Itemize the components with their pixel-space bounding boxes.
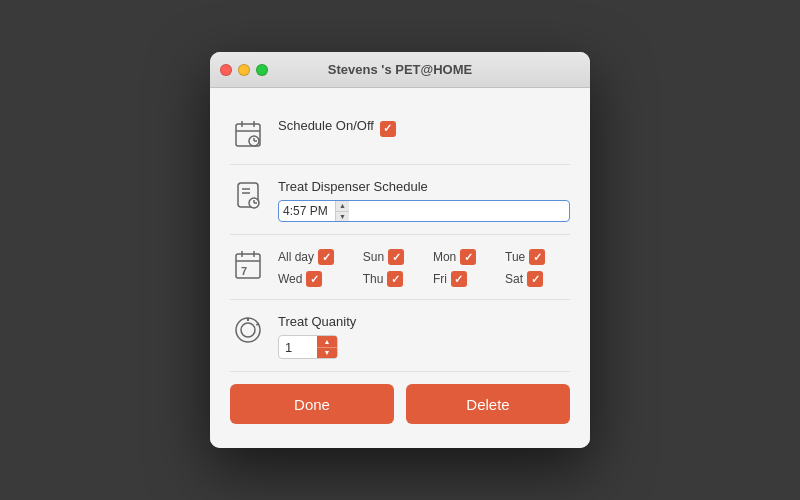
day-allday-label: All day xyxy=(278,250,314,264)
time-input[interactable] xyxy=(279,204,335,218)
day-thu-checkbox[interactable] xyxy=(387,271,403,287)
day-mon-label: Mon xyxy=(433,250,456,264)
maximize-button[interactable] xyxy=(256,64,268,76)
time-up-button[interactable]: ▲ xyxy=(336,201,349,212)
day-allday: All day xyxy=(278,249,359,265)
time-stepper[interactable]: ▲ ▼ xyxy=(335,201,349,221)
window-title: Stevens 's PET@HOME xyxy=(328,62,472,77)
quantity-body: Treat Quanity 1 ▲ ▼ xyxy=(278,312,570,359)
day-wed-label: Wed xyxy=(278,272,302,286)
dispenser-title: Treat Dispenser Schedule xyxy=(278,179,570,194)
dispenser-body: Treat Dispenser Schedule ▲ ▼ xyxy=(278,177,570,222)
schedule-title: Schedule On/Off xyxy=(278,118,374,133)
day-mon-checkbox[interactable] xyxy=(460,249,476,265)
main-window: Stevens 's PET@HOME Sc xyxy=(210,52,590,448)
day-sun-label: Sun xyxy=(363,250,384,264)
svg-text:7: 7 xyxy=(241,265,247,277)
day-sun: Sun xyxy=(363,249,429,265)
quantity-stepper[interactable]: ▲ ▼ xyxy=(317,336,337,358)
dispenser-icon xyxy=(230,177,266,213)
svg-point-19 xyxy=(241,323,255,337)
quantity-value: 1 xyxy=(279,340,317,355)
footer-buttons: Done Delete xyxy=(230,372,570,428)
quantity-select-wrapper[interactable]: 1 ▲ ▼ xyxy=(278,335,338,359)
schedule-section: Schedule On/Off xyxy=(230,104,570,165)
quantity-down-button[interactable]: ▼ xyxy=(317,348,337,359)
day-sun-checkbox[interactable] xyxy=(388,249,404,265)
title-bar: Stevens 's PET@HOME xyxy=(210,52,590,88)
time-down-button[interactable]: ▼ xyxy=(336,212,349,222)
svg-point-18 xyxy=(236,318,260,342)
day-fri-label: Fri xyxy=(433,272,447,286)
window-controls xyxy=(220,64,268,76)
day-wed: Wed xyxy=(278,271,359,287)
day-sat-checkbox[interactable] xyxy=(527,271,543,287)
quantity-section: Treat Quanity 1 ▲ ▼ xyxy=(230,300,570,372)
svg-rect-13 xyxy=(236,254,260,278)
day-wed-checkbox[interactable] xyxy=(306,271,322,287)
quantity-up-button[interactable]: ▲ xyxy=(317,336,337,348)
days-body: All day Sun Mon Tue xyxy=(278,247,570,287)
day-fri: Fri xyxy=(433,271,501,287)
day-mon: Mon xyxy=(433,249,501,265)
day-thu-label: Thu xyxy=(363,272,384,286)
day-allday-checkbox[interactable] xyxy=(318,249,334,265)
days-grid: All day Sun Mon Tue xyxy=(278,249,570,287)
day-fri-checkbox[interactable] xyxy=(451,271,467,287)
minimize-button[interactable] xyxy=(238,64,250,76)
day-thu: Thu xyxy=(363,271,429,287)
schedule-checkbox[interactable] xyxy=(380,121,396,137)
day-sat-label: Sat xyxy=(505,272,523,286)
delete-button[interactable]: Delete xyxy=(406,384,570,424)
schedule-body: Schedule On/Off xyxy=(278,116,570,139)
days-section: 7 All day Sun Mon xyxy=(230,235,570,300)
calendar-icon: 7 xyxy=(230,247,266,283)
day-tue-checkbox[interactable] xyxy=(529,249,545,265)
time-input-wrapper[interactable]: ▲ ▼ xyxy=(278,200,570,222)
schedule-icon xyxy=(230,116,266,152)
dispenser-section: Treat Dispenser Schedule ▲ ▼ xyxy=(230,165,570,235)
done-button[interactable]: Done xyxy=(230,384,394,424)
close-button[interactable] xyxy=(220,64,232,76)
quantity-title: Treat Quanity xyxy=(278,314,570,329)
quantity-icon xyxy=(230,312,266,348)
day-tue: Tue xyxy=(505,249,570,265)
window-content: Schedule On/Off Treat Dispenser Schedule xyxy=(210,88,590,448)
day-sat: Sat xyxy=(505,271,570,287)
day-tue-label: Tue xyxy=(505,250,525,264)
